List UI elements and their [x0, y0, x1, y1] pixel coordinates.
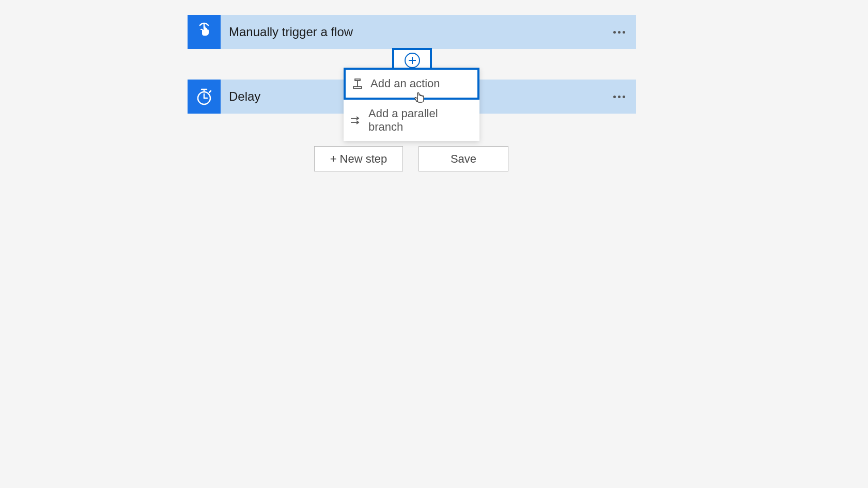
- add-action-icon: [352, 78, 363, 89]
- trigger-title: Manually trigger a flow: [229, 25, 606, 39]
- bottom-button-row: + New step Save: [314, 146, 508, 171]
- trigger-card[interactable]: Manually trigger a flow: [188, 15, 636, 49]
- ellipsis-icon: [613, 96, 625, 98]
- svg-rect-1: [355, 79, 360, 81]
- plus-icon: [405, 53, 420, 68]
- insert-menu: Add an action Add a parallel branch: [344, 68, 479, 141]
- trigger-menu-button[interactable]: [606, 15, 632, 49]
- delay-menu-button[interactable]: [606, 80, 632, 114]
- menu-item-add-parallel[interactable]: Add a parallel branch: [344, 100, 479, 141]
- ellipsis-icon: [613, 31, 625, 34]
- parallel-branch-icon: [350, 115, 361, 126]
- new-step-button[interactable]: + New step: [314, 146, 403, 171]
- svg-rect-2: [353, 87, 362, 88]
- hand-tap-icon: [194, 22, 214, 42]
- delay-icon: [188, 80, 221, 114]
- trigger-icon: [188, 15, 221, 49]
- menu-item-add-action[interactable]: Add an action: [344, 68, 479, 100]
- stopwatch-icon: [194, 87, 214, 106]
- flow-canvas: Manually trigger a flow Delay: [0, 0, 868, 488]
- menu-item-label: Add an action: [370, 77, 440, 90]
- save-button[interactable]: Save: [419, 146, 508, 171]
- menu-item-label: Add a parallel branch: [368, 107, 473, 134]
